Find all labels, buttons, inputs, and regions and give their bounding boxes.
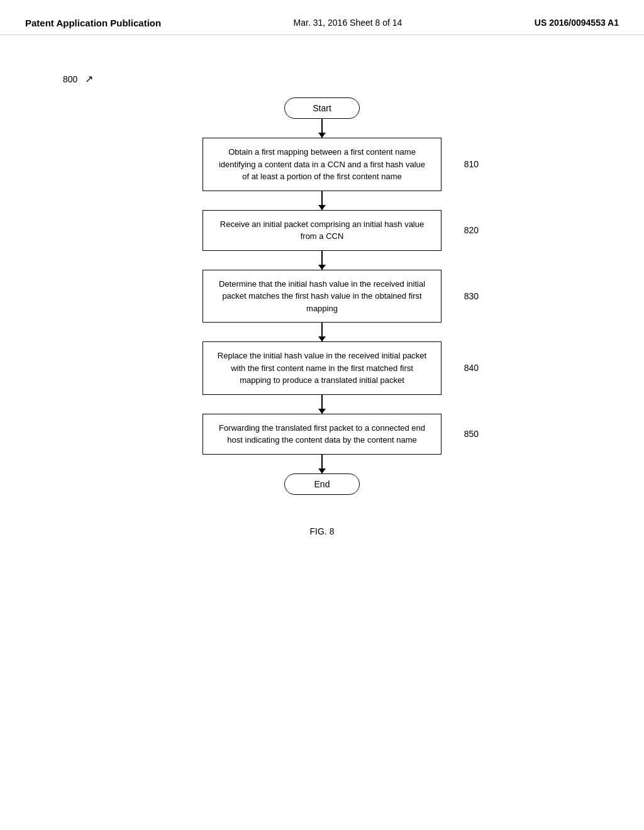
step-850-box: Forwarding the translated first packet t… xyxy=(203,414,441,455)
step-820-box: Receive an initial packet comprising an … xyxy=(203,210,441,251)
main-content: 800 ↗ Start Obtain a first mapping betwe… xyxy=(0,35,644,562)
step-820-label: 820 xyxy=(464,224,479,237)
step-840-label: 840 xyxy=(464,362,479,375)
arrow-850-to-end xyxy=(321,455,323,473)
step-850-label: 850 xyxy=(464,428,479,441)
page-header: Patent Application Publication Mar. 31, … xyxy=(0,0,644,35)
end-box: End xyxy=(284,473,360,495)
step-830-label: 830 xyxy=(464,289,479,302)
step-810-label: 810 xyxy=(464,158,479,171)
figure-caption: FIG. 8 xyxy=(310,526,335,536)
arrow-start-to-810 xyxy=(321,119,323,138)
step-830-box: Determine that the initial hash value in… xyxy=(203,270,441,323)
flowchart: Start Obtain a first mapping between a f… xyxy=(25,97,619,495)
diagram-number: 800 xyxy=(63,74,77,84)
arrow-820-to-830 xyxy=(321,251,323,270)
start-box: Start xyxy=(284,97,360,119)
arrow-810-to-820 xyxy=(321,191,323,210)
publication-label: Patent Application Publication xyxy=(25,18,161,28)
sheet-info: Mar. 31, 2016 Sheet 8 of 14 xyxy=(294,18,402,28)
arrow-830-to-840 xyxy=(321,323,323,341)
step-840-box: Replace the initial hash value in the re… xyxy=(203,341,441,395)
arrow-840-to-850 xyxy=(321,395,323,414)
diagram-arrow-icon: ↗ xyxy=(85,73,93,85)
patent-number: US 2016/0094553 A1 xyxy=(535,18,619,28)
diagram-number-container: 800 ↗ xyxy=(63,73,93,85)
step-810-box: Obtain a first mapping between a first c… xyxy=(203,138,441,191)
